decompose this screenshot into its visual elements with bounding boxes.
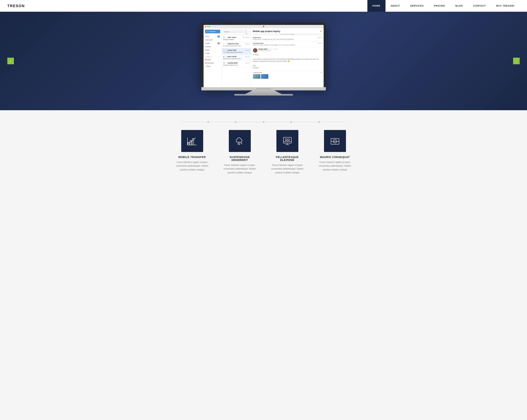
nav-home[interactable]: HOME	[367, 0, 385, 12]
nav-services[interactable]: SERVICES	[405, 0, 429, 12]
nav-links: HOME ABOUT SERVICES PRICING BLOG CONTACT…	[367, 0, 520, 12]
email-subject-4: Product design course	[223, 64, 250, 66]
sidebar-item-drafts[interactable]: Drafts 2	[204, 42, 222, 45]
sidebar-item-archive[interactable]: Archive	[204, 45, 222, 48]
email-detail-title: Mobile app project inquiry ★	[253, 30, 322, 33]
email-subject-0: Design feedback	[223, 39, 250, 40]
monitor-icon	[282, 136, 293, 146]
thread-sender-0: Serge Vasil	[253, 37, 261, 38]
star-3[interactable]: ☆	[225, 56, 226, 57]
trash-label: Trash	[205, 52, 209, 54]
nav-blog[interactable]: BLOG	[450, 0, 468, 12]
dot-0	[207, 121, 209, 123]
spam-label: Spam	[205, 49, 210, 51]
sidebar-item-personal[interactable]: Personal	[204, 61, 222, 65]
labels-section-header: LABELS +	[204, 55, 222, 58]
hero-prev-button[interactable]: ‹	[7, 58, 14, 64]
sidebar-item-sent[interactable]: Sent mail	[204, 38, 222, 42]
laptop-mockup: ✎ Compose Inbox 2 Sent mail Drafts 2	[201, 23, 326, 96]
hero-next-button[interactable]: ›	[513, 58, 520, 64]
dot-line-0	[181, 122, 207, 122]
more-label: + More	[205, 65, 210, 67]
attachment-thumb-1[interactable]	[261, 74, 268, 79]
attachment-thumb-0[interactable]	[253, 74, 260, 79]
svg-rect-17	[288, 139, 290, 140]
sidebar-item-trash[interactable]: Trash	[204, 52, 222, 55]
prev-page-button[interactable]: ‹	[248, 31, 249, 33]
email-item-0[interactable]: ☆ Jack Jones 📎 4:30pm Design feedback	[222, 35, 251, 42]
main-sender-date: Nov 11	[268, 48, 272, 50]
star-1[interactable]: ☆	[225, 43, 227, 45]
nav-buy[interactable]: BUY TRESON!	[491, 0, 520, 12]
email-item-2[interactable]: ★ Serge Vasil Nov 09 📎 Mobile app projec…	[222, 48, 251, 55]
drafts-label: Drafts	[205, 43, 210, 44]
drafts-badge: 2	[218, 42, 220, 44]
main-email-to: To: Christian Davis ▾	[258, 50, 322, 51]
feature-icon-box-3	[324, 130, 346, 152]
detail-star[interactable]: ★	[320, 30, 322, 33]
brand-logo: TRESON	[7, 4, 25, 8]
feature-icon-box-0	[181, 130, 203, 152]
sender-avatar	[253, 48, 257, 53]
email-app: ✎ Compose Inbox 2 Sent mail Drafts 2	[204, 28, 324, 87]
email-sender-2: Serge Vasil	[228, 49, 245, 51]
feature-icon-box-1	[229, 130, 251, 152]
email-checkbox-0[interactable]	[223, 37, 225, 38]
email-time-0: 4:30pm	[245, 37, 249, 38]
dot-2	[263, 121, 264, 123]
sent-label: Sent mail	[205, 39, 212, 41]
dot-line-1	[209, 122, 235, 122]
email-time-1: Nov 10	[245, 43, 249, 44]
unread-dot-3	[223, 56, 224, 57]
dot-line-3	[264, 122, 290, 122]
inbox-label: Inbox	[205, 36, 209, 38]
star-4[interactable]: ☆	[226, 62, 227, 64]
inbox-icon	[330, 136, 340, 146]
email-checkbox-4[interactable]	[223, 62, 225, 64]
nav-about[interactable]: ABOUT	[385, 0, 405, 12]
reply-button[interactable]: ↩	[274, 48, 276, 50]
sidebar-item-inbox[interactable]: Inbox 2	[204, 35, 222, 38]
sidebar-item-work[interactable]: Work	[204, 58, 222, 61]
email-item-1[interactable]: ✔ ☆ Catherine Tate Nov 10 Is that what y…	[222, 42, 251, 48]
email-list-header: 1-24 of 112 ‹ ›	[222, 28, 251, 35]
sidebar-item-more[interactable]: + More	[204, 65, 222, 68]
download-all-button[interactable]: ⬇	[320, 72, 322, 73]
star-main[interactable]: ☆	[273, 48, 274, 50]
search-input[interactable]	[223, 31, 245, 33]
dot-1	[235, 121, 237, 123]
attachments-section: 2 attachments ⬇	[253, 70, 322, 79]
nav-pricing[interactable]: PRICING	[429, 0, 450, 12]
checkmark-1: ✔	[223, 43, 225, 45]
email-subject-3: Bistronome materials and s...	[223, 58, 250, 59]
main-sender-name: Serge Vasil	[258, 48, 267, 50]
work-dot	[205, 59, 207, 60]
feature-desc-1: Fusce interdum sapien ut quam consectetu…	[221, 163, 258, 175]
next-page-button[interactable]: ›	[250, 31, 250, 33]
thread-sender-1: Christian Davis	[253, 43, 264, 44]
star-0[interactable]: ☆	[226, 37, 227, 38]
nav-contact[interactable]: CONTACT	[468, 0, 491, 12]
thread-preview-0: Lorem ipsum is simply dummy text of the …	[253, 38, 322, 40]
attachments-title: 2 attachments ⬇	[253, 72, 322, 73]
email-subject-1: Is that what you had in min...	[223, 45, 250, 47]
laptop-notch	[256, 88, 271, 89]
sidebar-item-spam[interactable]: Spam	[204, 48, 222, 52]
personal-dot	[205, 62, 207, 64]
more-button[interactable]: ▾	[276, 48, 277, 50]
email-checkbox-2[interactable]	[223, 49, 225, 51]
thread-date-0: Nov 03	[318, 37, 322, 38]
compose-label: Compose	[209, 31, 216, 33]
dot-3	[290, 121, 292, 123]
star-2[interactable]: ★	[226, 49, 227, 51]
feature-title-0: MOBILE TRANSFER	[174, 156, 210, 159]
email-item-3[interactable]: ☆ Lewis Smith Nov 07 Bistronome material…	[222, 55, 251, 61]
laptop-outer: ✎ Compose Inbox 2 Sent mail Drafts 2	[201, 23, 326, 87]
feature-desc-0: Fusce interdum sapien ut quam consectetu…	[174, 160, 210, 172]
email-item-4[interactable]: ☆ Camilla Belle Nov 07 Product design co…	[222, 61, 251, 67]
compose-button[interactable]: ✎ Compose	[205, 30, 220, 33]
svg-rect-20	[333, 140, 336, 142]
load-older[interactable]: Load 24 older messages	[253, 33, 322, 35]
dot-red	[205, 26, 206, 27]
laptop-stand	[245, 90, 282, 94]
